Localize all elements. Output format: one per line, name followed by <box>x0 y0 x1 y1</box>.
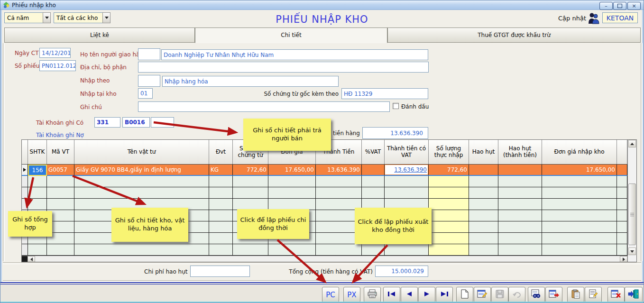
label-tong-cong-vat: Tổng cộng (tiền hàng có VAT) <box>259 268 373 275</box>
tk-co-account-field[interactable]: 331 <box>94 117 120 128</box>
cell-ttvat[interactable]: 13.636.390 <box>385 165 429 176</box>
so-phieu-field[interactable]: PN0112.012 <box>39 60 76 71</box>
cell-sel <box>22 187 28 199</box>
grid-empty-row[interactable] <box>22 176 627 187</box>
tong-tien-hang-field[interactable]: 13.636.390 <box>362 127 428 139</box>
ngay-ct-field[interactable]: 14/12/2015 <box>39 48 71 58</box>
nhap-theo-code-field[interactable] <box>138 75 160 87</box>
user-field[interactable]: KETOAN <box>602 12 638 23</box>
minimize-button[interactable]: – <box>599 2 613 10</box>
prev-record-button[interactable] <box>401 287 418 303</box>
column-header-sl_thuc_nhap[interactable]: Số lượng thực nhập <box>429 140 469 164</box>
tong-cong-vat-field[interactable]: 15.000.029 <box>375 266 428 277</box>
new-document-icon <box>460 289 469 300</box>
cell-thanh_tien <box>316 187 362 199</box>
new-record-button[interactable] <box>456 287 473 303</box>
tab-liet-ke[interactable]: Liệt kê <box>4 28 195 43</box>
clipboard-icon <box>571 289 580 300</box>
column-header-vat[interactable]: %VAT <box>362 140 385 164</box>
scroll-up-button[interactable] <box>628 140 636 147</box>
nguoi-giao-code-field[interactable] <box>138 48 160 60</box>
find-button[interactable] <box>528 287 545 303</box>
ghi-chu-field[interactable] <box>138 101 390 112</box>
print-button[interactable] <box>364 287 381 303</box>
undo-button[interactable] <box>508 287 525 303</box>
cell-vat[interactable] <box>362 165 385 176</box>
danh-dau-checkbox[interactable] <box>393 103 399 109</box>
tk-co-detail-field[interactable]: B0016 <box>122 117 150 128</box>
column-header-don_gia_nk[interactable]: Đơn giá nhập kho <box>542 140 617 164</box>
delete-button[interactable] <box>607 287 625 303</box>
cell-hao_hut <box>469 221 498 233</box>
cell-don_gia_nk[interactable]: 17.650,00 <box>542 165 617 176</box>
cell-sl_thuc_nhap <box>429 199 469 210</box>
nhap-tai-kho-field[interactable]: 01 <box>138 88 153 99</box>
pc-button[interactable]: PC <box>322 287 339 303</box>
cell-don_gia[interactable]: 17.650,00 <box>268 165 316 176</box>
cell-sl_thuc_nhap[interactable]: 772,60 <box>429 165 469 176</box>
cell-ttvat <box>385 176 429 187</box>
notes-button[interactable] <box>585 287 602 303</box>
dia-chi-field[interactable] <box>138 62 429 73</box>
transfer-button[interactable] <box>545 287 562 303</box>
grid-empty-row[interactable] <box>22 244 627 256</box>
vertical-scroll-thumb[interactable] <box>628 184 636 245</box>
cell-dvt[interactable]: KG <box>209 165 233 176</box>
cell-extra[interactable] <box>617 165 627 176</box>
triangle-up-icon <box>630 143 634 145</box>
scroll-down-button[interactable] <box>628 248 636 255</box>
scroll-track[interactable] <box>35 256 620 262</box>
vertical-scrollbar[interactable] <box>627 140 636 262</box>
cell-sel[interactable] <box>22 165 28 176</box>
scroll-right-button[interactable] <box>620 256 627 262</box>
paste-button[interactable] <box>567 287 584 303</box>
tab-chi-tiet[interactable]: Chi tiết <box>195 28 387 43</box>
chi-phi-hao-hut-field[interactable] <box>190 266 250 277</box>
save-button[interactable] <box>491 287 508 303</box>
scroll-left-button[interactable] <box>28 256 35 262</box>
cell-shtk[interactable]: 156 <box>28 165 47 176</box>
cell-so_theo_ct <box>233 244 268 256</box>
nguoi-giao-field[interactable]: Doanh Nghiệp Tư Nhân Nhựt Hữu Nam <box>161 49 428 60</box>
column-header-mavt[interactable]: Mã VT <box>47 140 74 164</box>
horizontal-scrollbar[interactable] <box>22 256 627 262</box>
cell-shtk <box>28 176 47 187</box>
exit-button[interactable] <box>625 287 643 303</box>
next-record-button[interactable] <box>418 287 435 303</box>
column-header-ttvat[interactable]: Thành tiền có VAT <box>385 140 429 164</box>
tk-co-extra-field[interactable] <box>151 117 174 128</box>
cell-sl_thuc_nhap <box>429 187 469 199</box>
cell-hao_hut_tt[interactable] <box>498 165 542 176</box>
last-record-button[interactable] <box>436 287 453 303</box>
cell-ten_vat_tu[interactable]: Giấy GV 9070 BB4,giấy in định lượng <box>74 165 209 176</box>
close-button[interactable]: × <box>627 2 641 10</box>
maximize-button[interactable] <box>613 2 626 10</box>
cell-thanh_tien[interactable]: 13.636.390 <box>316 165 362 176</box>
cell-don_gia <box>268 199 316 210</box>
cell-so_theo_ct[interactable]: 772,60 <box>233 165 268 176</box>
column-header-dvt[interactable]: Đvt <box>209 140 233 164</box>
column-header-hao_hut_tt[interactable]: Hao hụt (thành tiền) <box>498 140 542 164</box>
column-header-hao_hut[interactable]: Hao hụt <box>469 140 498 164</box>
column-header-extra[interactable] <box>617 140 627 164</box>
label-so-chung-tu: Số chứng từ gốc kèm theo <box>253 91 339 97</box>
nhap-theo-field[interactable]: Nhập hàng hóa <box>162 76 339 87</box>
grid-empty-row[interactable] <box>22 187 627 199</box>
cell-sl_thuc_nhap <box>429 221 469 233</box>
column-header-sel[interactable] <box>22 140 28 164</box>
px-button[interactable]: PX <box>343 287 360 303</box>
column-header-ten_vat_tu[interactable]: Tên vật tư <box>74 140 209 164</box>
cell-sl_thuc_nhap <box>429 176 469 187</box>
cell-dvt <box>209 221 233 233</box>
cell-hao_hut_tt <box>498 187 542 199</box>
so-chung-tu-field[interactable]: HĐ 11329 <box>341 88 428 99</box>
edit-record-button[interactable] <box>474 287 491 303</box>
cell-mavt[interactable]: G0057 <box>47 165 74 176</box>
cell-hao_hut[interactable] <box>469 165 498 176</box>
column-header-shtk[interactable]: SHTK <box>28 140 47 164</box>
grid-data-row[interactable]: 156G0057Giấy GV 9070 BB4,giấy in định lư… <box>22 165 627 176</box>
tab-thue-gtgt[interactable]: Thuế GTGT được khấu trừ <box>387 28 641 43</box>
edit-form-icon <box>477 289 488 300</box>
first-record-button[interactable] <box>383 287 400 303</box>
exit-door-icon <box>628 289 639 300</box>
